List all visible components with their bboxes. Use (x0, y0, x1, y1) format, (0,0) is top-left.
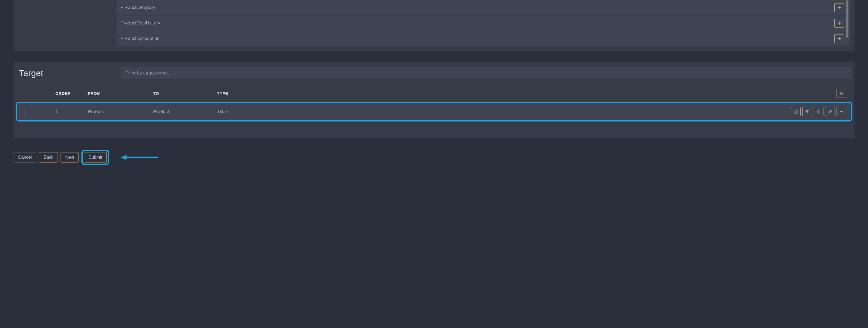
columns-button[interactable] (791, 107, 801, 116)
svg-rect-1 (841, 93, 842, 94)
wizard-footer: Cancel Back Next Submit (13, 150, 855, 165)
wrench-icon (828, 110, 832, 114)
target-filter-input[interactable] (121, 67, 850, 79)
plus-icon (838, 37, 841, 40)
source-label: ProductCategory (121, 5, 155, 10)
svg-marker-7 (121, 155, 126, 160)
plus-icon (838, 22, 841, 25)
column-order: ORDER (55, 91, 88, 96)
column-type: TYPE (217, 91, 837, 96)
gear-icon (817, 110, 820, 114)
target-table: ORDER FROM TO TYPE ⋮ 1 Product Prod (18, 86, 850, 121)
source-list: ProductCategory ProductCostHistory Produ… (117, 0, 849, 47)
minus-icon (840, 110, 843, 113)
svg-rect-5 (840, 112, 843, 112)
source-label: ProductCostHistory (121, 20, 160, 26)
back-button[interactable]: Back (39, 152, 58, 162)
arrow-left-icon (120, 153, 158, 161)
settings-button[interactable] (814, 107, 824, 116)
highlighted-target-row: ⋮ 1 Product Product Table (16, 101, 852, 121)
scrollbar[interactable] (846, 0, 848, 47)
source-panel: ProductCategory ProductCostHistory Produ… (13, 0, 855, 51)
drag-handle-icon[interactable]: ⋮ (20, 109, 28, 114)
target-panel: Target ORDER FROM TO TYPE ⋮ (13, 62, 855, 138)
column-from: FROM (88, 91, 153, 96)
cell-from: Product (88, 109, 153, 114)
svg-point-4 (818, 111, 819, 112)
submit-button[interactable]: Submit (84, 152, 107, 162)
edit-button[interactable] (825, 107, 835, 116)
target-table-header: ORDER FROM TO TYPE (18, 86, 850, 101)
next-button[interactable]: Next (61, 152, 79, 162)
scrollbar-thumb[interactable] (846, 0, 848, 38)
cell-order: 1 (55, 109, 88, 114)
source-row: ProductCategory (117, 0, 849, 16)
remove-all-button[interactable] (837, 89, 846, 98)
cell-to: Product (153, 109, 217, 114)
columns-icon (794, 110, 798, 114)
source-row: ProductCostHistory (117, 16, 849, 31)
table-row: ⋮ 1 Product Product Table (18, 103, 850, 120)
cell-type: Table (217, 109, 791, 114)
source-row: ProductDescription (117, 31, 849, 47)
filter-icon (805, 110, 809, 114)
annotation-arrow (120, 153, 158, 161)
cancel-button[interactable]: Cancel (13, 152, 36, 162)
source-label: ProductDescription (121, 36, 160, 41)
add-source-button[interactable] (834, 19, 844, 28)
add-source-button[interactable] (834, 3, 844, 12)
add-source-button[interactable] (834, 34, 844, 43)
filter-button[interactable] (802, 107, 812, 116)
plus-icon (838, 6, 841, 9)
highlighted-submit: Submit (82, 150, 109, 165)
minus-circle-icon (839, 92, 843, 95)
column-to: TO (153, 91, 217, 96)
remove-row-button[interactable] (837, 107, 846, 116)
target-title: Target (18, 68, 121, 78)
